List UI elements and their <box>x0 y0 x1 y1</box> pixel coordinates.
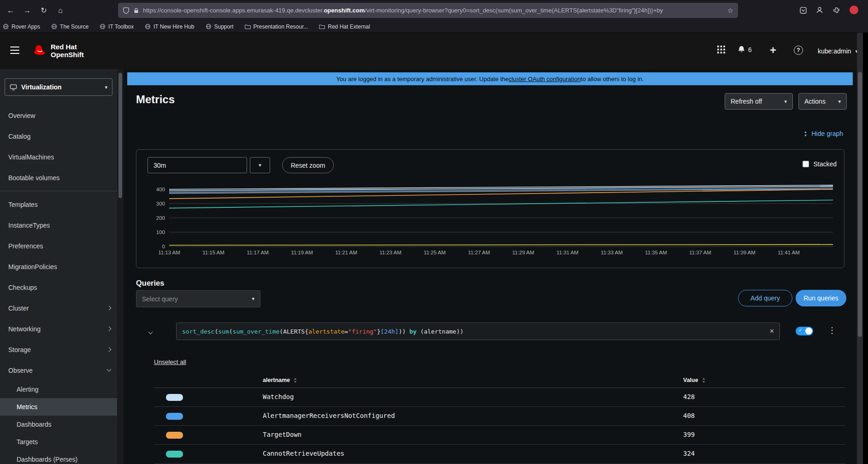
value-cell: 399 <box>683 431 695 438</box>
lock-icon[interactable] <box>133 7 139 14</box>
run-queries-button[interactable]: Run queries <box>796 290 846 306</box>
address-url[interactable]: https://console-openshift-console.apps.e… <box>143 7 724 14</box>
back-icon[interactable]: ← <box>4 4 18 17</box>
time-range-input[interactable] <box>148 157 247 173</box>
column-header-value[interactable]: Value <box>683 377 706 383</box>
time-range-dropdown[interactable]: ▾ <box>250 157 270 173</box>
user-menu[interactable]: kube:admin ▾ <box>818 47 858 55</box>
query-expression: sort_desc(sum(sum_over_time(ALERTS{alert… <box>182 328 464 335</box>
bookmark-label: IT Toolbox <box>108 23 134 30</box>
query-expand-toggle[interactable] <box>149 327 152 335</box>
series-color-swatch <box>166 394 183 401</box>
bookmark-it-toolbox[interactable]: IT Toolbox <box>100 23 134 30</box>
sidebar-scrollbar[interactable] <box>117 69 124 464</box>
hide-graph-link[interactable]: Hide graph <box>803 129 844 138</box>
sidebar-item-alerting[interactable]: Alerting <box>0 381 117 398</box>
sidebar-item-catalog[interactable]: Catalog <box>0 126 117 147</box>
url-prefix: https://console-openshift-console.apps.e… <box>143 7 324 14</box>
bell-icon <box>738 46 745 53</box>
query-enabled-toggle[interactable]: ✓ <box>796 327 813 335</box>
bookmark-label: Red Hat External <box>328 23 370 30</box>
table-row-targetdown[interactable]: TargetDown399 <box>154 426 845 445</box>
page-scrollbar-thumb[interactable] <box>858 72 862 337</box>
question-icon: ? <box>794 46 803 55</box>
sidebar-item-targets[interactable]: Targets <box>0 433 117 451</box>
profile-badge-icon[interactable] <box>850 6 858 14</box>
add-query-button[interactable]: Add query <box>738 290 792 306</box>
forward-icon[interactable]: → <box>20 4 34 17</box>
reload-icon[interactable]: ↻ <box>37 4 51 17</box>
page-scrollbar[interactable] <box>857 33 863 464</box>
column-header-alertname[interactable]: alertname <box>263 377 297 383</box>
svg-text:0: 0 <box>162 244 165 249</box>
sidebar-item-bootable-volumes[interactable]: Bootable volumes <box>0 167 117 188</box>
sidebar-item-dashboards-perses[interactable]: Dashboards (Perses) <box>0 451 117 464</box>
metrics-chart[interactable]: 010020030040011:13 AM11:15 AM11:17 AM11:… <box>144 178 838 261</box>
table-row-cannotretrieveupdates[interactable]: CannotRetrieveUpdates324 <box>154 445 845 464</box>
stacked-checkbox[interactable] <box>803 161 809 167</box>
svg-text:100: 100 <box>156 229 165 235</box>
sidebar-item-virtualmachines[interactable]: VirtualMachines <box>0 147 117 167</box>
query-token: )) <box>399 328 406 335</box>
bookmark-red-hat-external[interactable]: Red Hat External <box>319 23 370 30</box>
notifications-bell[interactable]: 6 <box>738 46 752 53</box>
query-token: [24h] <box>381 328 399 335</box>
clear-query-icon[interactable]: × <box>770 327 774 335</box>
chevron-down-icon: ▾ <box>259 162 261 168</box>
home-icon[interactable]: ⌂ <box>53 4 67 17</box>
sidebar-item-preferences[interactable]: Preferences <box>0 235 117 256</box>
alertname-cell: TargetDown <box>263 431 301 438</box>
sidebar-item-instancetypes[interactable]: InstanceTypes <box>0 215 117 235</box>
svg-text:11:39 AM: 11:39 AM <box>733 250 756 255</box>
sidebar-item-migrationpolicies[interactable]: MigrationPolicies <box>0 256 117 277</box>
account-icon[interactable] <box>814 4 826 16</box>
table-row-watchdog[interactable]: Watchdog428 <box>154 388 845 407</box>
actions-dropdown[interactable]: Actions ▾ <box>798 93 847 110</box>
query-kebab-menu[interactable]: ⋮ <box>828 325 836 335</box>
sidebar-item-storage[interactable]: Storage <box>0 339 117 360</box>
sidebar-item-dashboards[interactable]: Dashboards <box>0 416 117 433</box>
chevron-right-icon <box>107 347 112 352</box>
sort-icon[interactable] <box>293 377 297 383</box>
url-bar[interactable]: https://console-openshift-console.apps.e… <box>118 3 738 18</box>
app-launcher-icon[interactable] <box>717 46 725 53</box>
bookmark-the-source[interactable]: The Source <box>51 23 89 30</box>
help-icon[interactable]: ? <box>794 46 803 55</box>
sort-icon[interactable] <box>702 377 706 383</box>
select-query-dropdown[interactable]: Select query ▾ <box>136 290 260 307</box>
nav-menu-icon[interactable] <box>10 47 19 54</box>
sidebar-item-overview[interactable]: Overview <box>0 105 117 126</box>
unselect-all-link[interactable]: Unselect all <box>154 358 186 365</box>
bookmark-presentation-resour[interactable]: Presentation Resour... <box>245 23 308 30</box>
query-token: )) <box>456 328 464 335</box>
query-token: = <box>344 328 348 335</box>
query-token: } <box>377 328 381 335</box>
sidebar-item-templates[interactable]: Templates <box>0 194 117 215</box>
shield-icon[interactable] <box>123 7 130 14</box>
compress-icon <box>803 131 809 137</box>
bookmark-rover-apps[interactable]: Rover Apps <box>3 23 40 30</box>
chevron-down-icon: ▾ <box>252 296 254 302</box>
refresh-interval-dropdown[interactable]: Refresh off ▾ <box>725 93 793 110</box>
bookmark-it-new-hire-hub[interactable]: IT New Hire Hub <box>145 23 194 30</box>
quick-create-icon[interactable]: + <box>770 46 776 55</box>
sidebar-item-checkups[interactable]: Checkups <box>0 277 117 298</box>
table-header: alertname Value <box>154 373 845 388</box>
sidebar-item-networking[interactable]: Networking <box>0 318 117 339</box>
perspective-switcher[interactable]: Virtualization ▾ <box>5 78 112 96</box>
pocket-icon[interactable] <box>797 4 809 16</box>
extensions-icon[interactable] <box>830 4 842 16</box>
sidebar-scrollbar-thumb[interactable] <box>118 73 122 198</box>
oauth-config-link[interactable]: cluster OAuth configuration <box>508 76 581 82</box>
bookmark-support[interactable]: Support <box>206 23 234 30</box>
query-expression-input[interactable]: sort_desc(sum(sum_over_time(ALERTS{alert… <box>176 323 780 340</box>
sidebar-item-cluster[interactable]: Cluster <box>0 298 117 318</box>
reset-zoom-button[interactable]: Reset zoom <box>282 157 334 173</box>
table-row-alertmanagerreceiversnotconfigured[interactable]: AlertmanagerReceiversNotConfigured408 <box>154 407 845 426</box>
globe-icon <box>100 23 106 29</box>
sidebar-item-observe[interactable]: Observe <box>0 360 117 381</box>
sidebar-item-label: Cluster <box>8 305 107 312</box>
bookmark-star-icon[interactable]: ☆ <box>727 6 733 15</box>
sidebar-item-metrics[interactable]: Metrics <box>0 398 117 416</box>
brand-logo[interactable]: Red Hat OpenShift <box>30 43 84 59</box>
